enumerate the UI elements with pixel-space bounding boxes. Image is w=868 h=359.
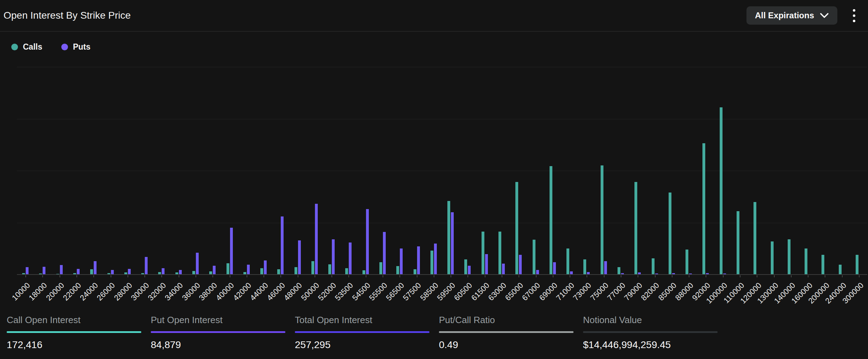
put-bar[interactable] xyxy=(179,270,182,275)
call-bar[interactable] xyxy=(294,267,297,275)
x-axis-tick xyxy=(298,275,298,277)
call-bar[interactable] xyxy=(822,255,824,275)
call-bar[interactable] xyxy=(669,193,671,275)
put-bar[interactable] xyxy=(383,232,386,275)
put-bar[interactable] xyxy=(485,254,488,275)
call-bar[interactable] xyxy=(583,259,586,275)
put-bar[interactable] xyxy=(298,240,301,275)
call-bar[interactable] xyxy=(652,258,655,275)
put-bar[interactable] xyxy=(94,261,97,275)
put-bar[interactable] xyxy=(196,253,199,275)
put-bar[interactable] xyxy=(26,267,29,275)
call-bar[interactable] xyxy=(498,232,501,275)
call-bar[interactable] xyxy=(464,259,467,275)
call-bar[interactable] xyxy=(90,269,93,275)
x-axis-tick xyxy=(128,275,128,277)
put-bar[interactable] xyxy=(536,270,539,275)
strike-group xyxy=(187,67,204,275)
legend-label: Calls xyxy=(23,42,42,52)
call-bar[interactable] xyxy=(515,182,518,275)
call-bar[interactable] xyxy=(328,264,331,275)
call-bar[interactable] xyxy=(447,201,450,275)
put-bar[interactable] xyxy=(145,257,148,275)
put-bar[interactable] xyxy=(451,212,454,275)
legend-item-calls[interactable]: Calls xyxy=(11,40,42,53)
call-bar[interactable] xyxy=(720,107,723,275)
put-bar[interactable] xyxy=(213,266,216,275)
call-bar[interactable] xyxy=(634,182,637,275)
call-bar[interactable] xyxy=(788,239,790,275)
put-bar[interactable] xyxy=(264,260,267,275)
call-bar[interactable] xyxy=(414,269,416,275)
put-bar[interactable] xyxy=(553,262,556,275)
x-axis-tick xyxy=(93,275,94,277)
x-axis-group: 300000 xyxy=(850,275,867,314)
put-bar[interactable] xyxy=(468,266,471,275)
put-bar[interactable] xyxy=(400,248,403,275)
x-axis-tick xyxy=(434,275,434,277)
strike-group xyxy=(255,67,272,275)
x-axis-tick xyxy=(553,275,553,277)
legend-item-puts[interactable]: Puts xyxy=(61,40,91,53)
put-bar[interactable] xyxy=(77,269,80,275)
call-bar[interactable] xyxy=(277,269,280,275)
x-axis-tick xyxy=(485,275,485,277)
put-bar[interactable] xyxy=(349,243,352,275)
call-bar[interactable] xyxy=(771,241,774,275)
call-bar[interactable] xyxy=(533,240,535,275)
x-axis-tick xyxy=(638,275,638,277)
stat-value: 172,416 xyxy=(7,339,141,351)
put-bar[interactable] xyxy=(502,264,505,275)
put-bar[interactable] xyxy=(111,270,114,275)
x-axis-tick xyxy=(315,275,315,277)
strike-group xyxy=(680,67,697,275)
strike-group xyxy=(323,67,340,275)
call-bar[interactable] xyxy=(396,266,399,275)
strike-group xyxy=(731,67,748,275)
expiration-filter-button[interactable]: All Expirations xyxy=(746,6,837,25)
call-bar[interactable] xyxy=(702,143,705,275)
put-bar[interactable] xyxy=(315,204,318,275)
x-axis-tick xyxy=(706,275,706,277)
put-bar[interactable] xyxy=(417,246,420,275)
put-bar[interactable] xyxy=(162,268,165,275)
call-bar[interactable] xyxy=(430,251,433,275)
x-axis-tick xyxy=(757,275,757,277)
x-axis-tick xyxy=(76,275,77,277)
call-bar[interactable] xyxy=(345,268,348,275)
put-bar[interactable] xyxy=(604,261,607,275)
put-bar[interactable] xyxy=(60,265,63,275)
call-bar[interactable] xyxy=(618,267,620,275)
call-bar[interactable] xyxy=(482,232,484,275)
put-bar[interactable] xyxy=(332,239,335,275)
put-bar[interactable] xyxy=(43,267,45,275)
stat-underline xyxy=(151,331,285,333)
call-bar[interactable] xyxy=(754,202,756,275)
put-bar[interactable] xyxy=(230,228,233,275)
put-bar[interactable] xyxy=(247,265,250,275)
call-bar[interactable] xyxy=(260,268,263,275)
strike-group xyxy=(85,67,102,275)
x-axis-tick xyxy=(60,275,60,277)
call-bar[interactable] xyxy=(227,263,229,275)
put-bar[interactable] xyxy=(366,209,369,275)
put-bar[interactable] xyxy=(128,269,131,275)
calls-legend-dot-icon xyxy=(11,44,18,50)
call-bar[interactable] xyxy=(856,255,858,275)
call-bar[interactable] xyxy=(601,165,603,275)
strike-group xyxy=(136,67,153,275)
call-bar[interactable] xyxy=(379,262,382,275)
call-bar[interactable] xyxy=(566,248,569,275)
call-bar[interactable] xyxy=(311,261,314,275)
call-bar[interactable] xyxy=(737,211,739,275)
call-bar[interactable] xyxy=(805,248,807,275)
put-bar[interactable] xyxy=(519,255,522,275)
call-bar[interactable] xyxy=(550,166,552,275)
call-bar[interactable] xyxy=(839,265,842,275)
call-bar[interactable] xyxy=(686,250,688,275)
kebab-menu-button[interactable] xyxy=(851,7,857,24)
put-bar[interactable] xyxy=(281,216,284,275)
x-axis: 1000018000200002200024000260002800030000… xyxy=(17,275,867,314)
x-axis-tick xyxy=(196,275,196,277)
put-bar[interactable] xyxy=(434,244,437,275)
